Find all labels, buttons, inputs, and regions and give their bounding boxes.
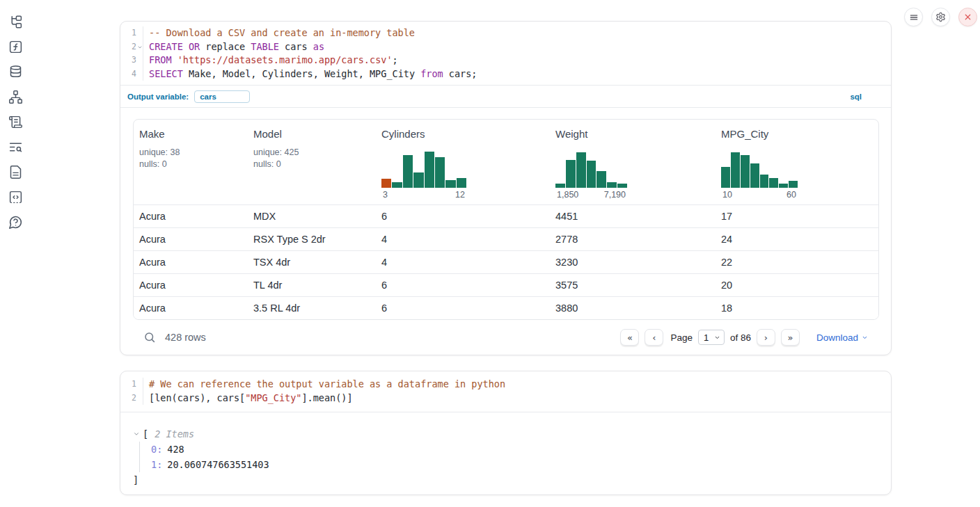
hamburger-icon bbox=[909, 13, 919, 22]
histogram-bar bbox=[731, 152, 740, 188]
page-label: Page bbox=[670, 332, 693, 343]
pagination: « ‹ Page 1 of 86 › » Download bbox=[620, 329, 868, 346]
histogram-bar bbox=[457, 178, 466, 188]
search-icon[interactable] bbox=[143, 331, 156, 344]
histogram-bar bbox=[617, 184, 627, 188]
data-table: Make unique: 38 nulls: 0 Model unique: 4… bbox=[133, 119, 879, 320]
column-header-make[interactable]: Make unique: 38 nulls: 0 bbox=[134, 120, 248, 204]
column-stat: nulls: 0 bbox=[253, 159, 376, 170]
gear-icon bbox=[935, 12, 946, 22]
line-number: 4 bbox=[132, 67, 136, 81]
axis-max-label: 7,190 bbox=[604, 190, 626, 200]
tree-item-key: 1: bbox=[151, 459, 162, 470]
table-cell: 17 bbox=[716, 211, 878, 222]
table-row[interactable]: AcuraMDX6445117 bbox=[134, 204, 878, 227]
table-row[interactable]: AcuraTL 4dr6357520 bbox=[134, 273, 878, 296]
table-body: AcuraMDX6445117AcuraRSX Type S 2dr427782… bbox=[134, 204, 878, 319]
settings-button[interactable] bbox=[931, 8, 950, 26]
histogram-bar bbox=[789, 181, 798, 188]
output-variable-row: Output variable: sql bbox=[120, 85, 891, 108]
weight-histogram: 1,850 7,190 bbox=[555, 150, 627, 200]
table-row[interactable]: AcuraRSX Type S 2dr4277824 bbox=[134, 227, 878, 250]
histogram-bar bbox=[721, 167, 730, 188]
table-cell: 4 bbox=[376, 234, 550, 245]
logs-icon[interactable] bbox=[8, 140, 23, 154]
column-header-weight[interactable]: Weight 1,850 7,190 bbox=[550, 120, 716, 204]
table-cell: 3.5 RL 4dr bbox=[248, 303, 376, 314]
table-cell: MDX bbox=[248, 211, 376, 222]
snippets-icon[interactable] bbox=[8, 190, 23, 204]
table-cell: 6 bbox=[376, 211, 550, 222]
first-page-button[interactable]: « bbox=[620, 329, 639, 346]
help-icon[interactable] bbox=[8, 215, 23, 230]
table-cell: 6 bbox=[376, 303, 550, 314]
scratchpad-icon[interactable] bbox=[8, 115, 23, 129]
fold-chevron-icon[interactable] bbox=[137, 45, 143, 50]
axis-min-label: 10 bbox=[722, 190, 732, 200]
close-bracket: ] bbox=[133, 472, 891, 488]
table-cell: 20 bbox=[716, 280, 878, 291]
axis-max-label: 60 bbox=[787, 190, 796, 200]
collapse-chevron-icon[interactable] bbox=[133, 430, 140, 437]
shutdown-button[interactable] bbox=[958, 8, 977, 26]
table-row[interactable]: AcuraTSX 4dr4323022 bbox=[134, 250, 878, 273]
python-code-editor[interactable]: 1# We can reference the output variable … bbox=[120, 371, 891, 412]
table-cell: Acura bbox=[134, 234, 248, 245]
data-sources-icon[interactable] bbox=[8, 65, 23, 79]
table-cell: 18 bbox=[716, 303, 878, 314]
line-number: 2 bbox=[132, 40, 136, 54]
variables-icon[interactable] bbox=[8, 40, 23, 54]
histogram-bar bbox=[555, 184, 565, 188]
file-explorer-icon[interactable] bbox=[8, 15, 23, 29]
table-cell: Acura bbox=[134, 303, 248, 314]
dependency-graph-icon[interactable] bbox=[8, 90, 23, 104]
code-line: 3FROM 'https://datasets.marimo.app/cars.… bbox=[120, 54, 891, 67]
column-header-mpg-city[interactable]: MPG_City 10 60 bbox=[716, 120, 878, 204]
histogram-bar bbox=[445, 180, 455, 188]
table-row[interactable]: Acura3.5 RL 4dr6388018 bbox=[134, 296, 878, 319]
prev-page-button[interactable]: ‹ bbox=[645, 329, 663, 346]
notebook-actions bbox=[904, 8, 977, 26]
table-footer: 428 rows « ‹ Page 1 of 86 › » Download bbox=[133, 320, 879, 355]
table-output: Make unique: 38 nulls: 0 Model unique: 4… bbox=[133, 119, 879, 355]
axis-max-label: 12 bbox=[455, 190, 465, 200]
last-page-button[interactable]: » bbox=[781, 329, 800, 346]
histogram-bar bbox=[607, 182, 617, 188]
page-select[interactable]: 1 bbox=[698, 330, 725, 345]
tree-item: 1:20.060747663551403 bbox=[151, 457, 891, 472]
table-cell: TSX 4dr bbox=[248, 257, 376, 268]
mpg-city-histogram: 10 60 bbox=[721, 150, 798, 200]
menu-button[interactable] bbox=[904, 8, 923, 26]
histogram-bar bbox=[741, 155, 750, 188]
documentation-icon[interactable] bbox=[8, 165, 23, 179]
column-header-model[interactable]: Model unique: 425 nulls: 0 bbox=[248, 120, 376, 204]
histogram-bar bbox=[750, 163, 759, 188]
table-cell: Acura bbox=[134, 211, 248, 222]
table-header: Make unique: 38 nulls: 0 Model unique: 4… bbox=[134, 120, 878, 204]
table-cell: 6 bbox=[376, 280, 550, 291]
table-cell: 3230 bbox=[550, 257, 716, 268]
tree-item-key: 0: bbox=[151, 444, 162, 455]
python-cell: 1# We can reference the output variable … bbox=[120, 371, 892, 495]
output-tree: [ 2 Items 0:4281:20.060747663551403 ] bbox=[120, 412, 891, 488]
sql-code-editor[interactable]: 1-- Download a CSV and create an in-memo… bbox=[120, 22, 891, 85]
table-cell: 4 bbox=[376, 257, 550, 268]
items-count: 2 Items bbox=[155, 426, 194, 442]
histogram-bar bbox=[760, 175, 769, 188]
cylinders-histogram: 3 12 bbox=[381, 150, 466, 200]
sidebar bbox=[0, 15, 31, 230]
histogram-bar bbox=[425, 152, 434, 188]
column-header-cylinders[interactable]: Cylinders 3 12 bbox=[376, 120, 550, 204]
line-number: 1 bbox=[132, 378, 136, 392]
histogram-bar bbox=[413, 172, 423, 188]
download-button[interactable]: Download bbox=[816, 332, 868, 343]
output-variable-input[interactable] bbox=[194, 90, 250, 103]
table-cell: 2778 bbox=[550, 234, 716, 245]
code-line: 4SELECT Make, Model, Cylinders, Weight, … bbox=[120, 67, 891, 81]
histogram-bar bbox=[769, 178, 778, 188]
chevron-down-icon bbox=[862, 335, 868, 341]
histogram-bar bbox=[779, 184, 788, 188]
next-page-button[interactable]: › bbox=[757, 329, 775, 346]
code-line: 2[len(cars), cars["MPG_City"].mean()] bbox=[120, 392, 891, 405]
line-number: 2 bbox=[132, 392, 136, 405]
